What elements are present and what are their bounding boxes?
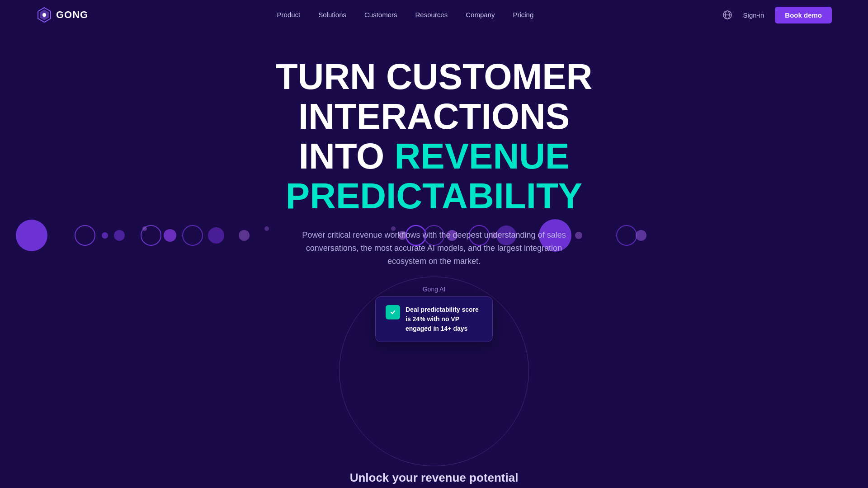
svg-point-11	[164, 229, 176, 242]
nav-right: Sign-in Book demo	[722, 7, 832, 23]
hero-title-line1: TURN CUSTOMER INTERACTIONS	[276, 56, 593, 136]
hero-title-line2-normal: INTO	[299, 136, 395, 176]
svg-point-2	[42, 13, 46, 17]
svg-point-6	[16, 220, 47, 251]
svg-point-14	[239, 230, 250, 241]
hero-subtitle: Power critical revenue workflows with th…	[289, 229, 579, 267]
svg-point-25	[636, 230, 646, 241]
svg-point-7	[75, 225, 95, 245]
gong-ai-label: Gong AI	[423, 286, 446, 293]
orbit-area: Gong AI Deal predictability score is 24%…	[217, 286, 651, 457]
nav-resources[interactable]: Resources	[415, 11, 448, 19]
hero-title: TURN CUSTOMER INTERACTIONS INTO REVENUE …	[231, 57, 637, 216]
svg-point-27	[264, 226, 269, 231]
unlock-title: Unlock your revenue potential	[350, 471, 519, 485]
svg-point-13	[208, 227, 224, 244]
nav-product[interactable]: Product	[277, 11, 301, 19]
gong-ai-card: Gong AI Deal predictability score is 24%…	[375, 286, 493, 342]
deal-card: Deal predictability score is 24% with no…	[375, 296, 493, 342]
svg-point-12	[183, 225, 203, 245]
book-demo-button[interactable]: Book demo	[775, 7, 832, 23]
svg-point-9	[114, 230, 125, 241]
svg-marker-29	[389, 309, 396, 316]
nav-company[interactable]: Company	[466, 11, 495, 19]
navbar: GONG Product Solutions Customers Resourc…	[0, 0, 868, 30]
globe-icon[interactable]	[722, 10, 732, 20]
logo-icon	[36, 7, 52, 23]
unlock-section: Unlock your revenue potential Get a live…	[294, 471, 574, 488]
nav-customers[interactable]: Customers	[364, 11, 397, 19]
svg-point-26	[142, 226, 147, 231]
nav-solutions[interactable]: Solutions	[318, 11, 346, 19]
logo[interactable]: GONG	[36, 7, 88, 23]
deal-card-icon	[386, 305, 400, 319]
hero-section: TURN CUSTOMER INTERACTIONS INTO REVENUE …	[0, 30, 868, 488]
nav-pricing[interactable]: Pricing	[513, 11, 533, 19]
deal-card-text: Deal predictability score is 24% with no…	[406, 305, 482, 333]
sign-in-link[interactable]: Sign-in	[743, 11, 764, 19]
nav-links: Product Solutions Customers Resources Co…	[277, 11, 534, 19]
logo-text: GONG	[56, 9, 88, 21]
svg-point-8	[102, 232, 108, 239]
svg-point-10	[141, 225, 161, 245]
svg-point-24	[617, 225, 637, 245]
